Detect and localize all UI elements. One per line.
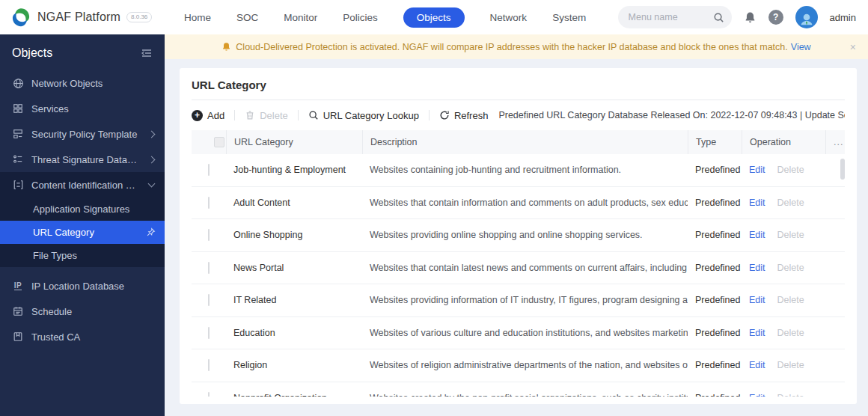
edit-link[interactable]: Edit — [749, 393, 765, 397]
notification-bell-icon[interactable] — [744, 11, 757, 24]
nav-item-objects[interactable]: Objects — [403, 7, 465, 28]
sidebar-item-ip-location-database[interactable]: IP IP Location Database — [0, 273, 165, 299]
row-checkbox[interactable] — [208, 294, 210, 306]
sidebar-item-content-identification-database[interactable]: Content Identification Database — [0, 172, 165, 198]
chevron-right-icon — [148, 130, 156, 138]
row-checkbox[interactable] — [208, 359, 210, 371]
delete-link[interactable]: Delete — [777, 230, 804, 240]
delete-link[interactable]: Delete — [777, 165, 804, 175]
sidebar-item-label: Content Identification Database — [31, 180, 141, 191]
sidebar-subitem-application-signatures[interactable]: Application Signatures — [0, 198, 165, 221]
pin-icon[interactable] — [146, 227, 156, 237]
table-row[interactable]: Nonprofit Organization Websites created … — [192, 382, 845, 397]
sidebar-item-trusted-ca[interactable]: Trusted CA — [0, 324, 165, 349]
avatar[interactable] — [795, 6, 818, 28]
row-checkbox[interactable] — [208, 197, 210, 209]
delete-button[interactable]: Delete — [245, 110, 288, 121]
row-category: Adult Content — [226, 198, 362, 208]
main-nav: Home SOC Monitor Policies Objects Networ… — [184, 7, 618, 28]
delete-link[interactable]: Delete — [777, 263, 804, 273]
delete-link[interactable]: Delete — [777, 393, 804, 397]
nav-item-home[interactable]: Home — [184, 7, 211, 28]
table-row[interactable]: Adult Content Websites that contain info… — [192, 187, 845, 220]
row-category: Online Shopping — [226, 230, 362, 240]
row-description: Websites of various culture and educatio… — [362, 328, 688, 338]
nav-item-network[interactable]: Network — [490, 7, 528, 28]
sidebar-item-security-policy-template[interactable]: Security Policy Template — [0, 121, 165, 147]
app-logo-icon — [10, 7, 31, 28]
table-row[interactable]: Job-hunting & Employment Websites contai… — [192, 154, 845, 187]
delete-button-label: Delete — [260, 110, 288, 121]
table-body: Job-hunting & Employment Websites contai… — [192, 154, 845, 397]
row-checkbox[interactable] — [208, 327, 210, 339]
row-description: Websites of religion administrative depa… — [362, 360, 688, 370]
sidebar-item-threat-signature-database[interactable]: Threat Signature Database — [0, 147, 165, 172]
row-type: Predefined — [688, 360, 742, 370]
column-header-operation[interactable]: Operation — [742, 130, 825, 154]
refresh-button[interactable]: Refresh — [439, 110, 489, 121]
globe-icon — [12, 77, 24, 89]
delete-link[interactable]: Delete — [777, 198, 804, 208]
edit-link[interactable]: Edit — [749, 360, 765, 370]
table-row[interactable]: Religion Websites of religion administra… — [192, 349, 845, 382]
signature-list-icon — [12, 153, 24, 165]
sidebar-subitem-url-category[interactable]: URL Category — [0, 221, 165, 244]
nav-item-policies[interactable]: Policies — [343, 7, 378, 28]
row-description: Websites created by the non-profit socia… — [362, 393, 688, 397]
collapse-sidebar-icon[interactable] — [141, 48, 153, 58]
nav-item-monitor[interactable]: Monitor — [284, 7, 317, 28]
edit-link[interactable]: Edit — [749, 198, 765, 208]
column-header-type[interactable]: Type — [688, 130, 742, 154]
chevron-right-icon — [148, 156, 156, 163]
banner-close-icon[interactable]: × — [850, 41, 856, 53]
select-all-checkbox[interactable] — [214, 137, 224, 147]
nav-item-soc[interactable]: SOC — [236, 7, 258, 28]
column-settings-button[interactable]: ... — [825, 130, 845, 154]
edit-link[interactable]: Edit — [749, 165, 765, 175]
row-checkbox[interactable] — [208, 392, 210, 397]
edit-link[interactable]: Edit — [749, 230, 765, 240]
user-name[interactable]: admin — [830, 12, 856, 23]
calendar-icon — [12, 305, 24, 317]
edit-link[interactable]: Edit — [749, 263, 765, 273]
sidebar-item-network-objects[interactable]: Network Objects — [0, 70, 165, 96]
sidebar-item-label: Trusted CA — [31, 331, 154, 343]
column-header-description[interactable]: Description — [362, 130, 688, 154]
sidebar-subitem-file-types[interactable]: File Types — [0, 244, 165, 267]
table-row[interactable]: Education Websites of various culture an… — [192, 317, 845, 350]
url-category-table: URL Category Description Type Operation … — [192, 130, 845, 397]
edit-link[interactable]: Edit — [749, 295, 765, 305]
help-icon[interactable]: ? — [768, 10, 783, 25]
row-checkbox[interactable] — [208, 164, 210, 176]
table-row[interactable]: Online Shopping Websites providing onlin… — [192, 219, 845, 252]
row-type: Predefined — [688, 263, 742, 273]
search-icon[interactable] — [713, 12, 724, 23]
delete-link[interactable]: Delete — [777, 360, 804, 370]
delete-link[interactable]: Delete — [777, 328, 804, 338]
sidebar-item-schedule[interactable]: Schedule — [0, 299, 165, 324]
row-checkbox[interactable] — [208, 262, 210, 274]
menu-search-input[interactable] — [629, 12, 713, 22]
menu-search[interactable] — [618, 6, 732, 28]
sidebar-item-label: Services — [31, 103, 154, 114]
add-button[interactable]: + Add — [192, 110, 224, 121]
url-category-lookup-button[interactable]: URL Category Lookup — [308, 110, 419, 121]
row-checkbox[interactable] — [208, 229, 210, 241]
row-category: News Portal — [226, 263, 362, 273]
sidebar-item-services[interactable]: Services — [0, 96, 165, 121]
delete-link[interactable]: Delete — [777, 295, 804, 305]
banner-view-link[interactable]: View — [791, 42, 811, 52]
edit-link[interactable]: Edit — [749, 328, 765, 338]
table-row[interactable]: News Portal Websites that contain latest… — [192, 252, 845, 285]
chevron-down-icon — [148, 180, 156, 188]
page-title: URL Category — [192, 79, 845, 100]
app-title: NGAF Platform — [37, 10, 120, 24]
nav-item-system[interactable]: System — [552, 7, 586, 28]
table-scrollbar-thumb[interactable] — [840, 159, 845, 180]
row-description: Websites providing information of IT ind… — [362, 295, 688, 305]
toolbar-divider — [298, 110, 299, 120]
toolbar: + Add Delete — [192, 100, 845, 130]
sidebar-subitem-label: File Types — [33, 250, 77, 261]
table-row[interactable]: IT Related Websites providing informatio… — [192, 284, 845, 317]
column-header-url-category[interactable]: URL Category — [226, 130, 362, 154]
